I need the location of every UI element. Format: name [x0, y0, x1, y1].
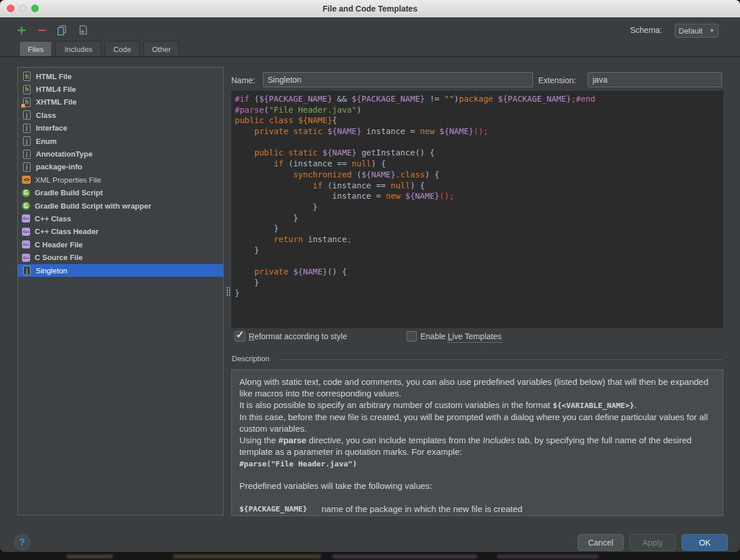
html-file-icon: h	[23, 85, 31, 94]
template-list: hHTML FilehHTML4 FilehXHTML FilejClassjI…	[17, 67, 224, 516]
extension-input[interactable]	[588, 72, 722, 87]
list-item[interactable]: jInterface	[18, 122, 223, 135]
revert-icon	[77, 25, 88, 36]
window-title: File and Code Templates	[323, 4, 417, 13]
description-paragraph: Using the #parse directive, you can incl…	[239, 435, 715, 458]
live-templates-checkbox[interactable]: Enable Live Templates	[406, 331, 502, 342]
list-item[interactable]: jpackage-info	[18, 161, 223, 173]
add-template-button[interactable]	[16, 24, 27, 36]
list-item[interactable]: jAnnotationType	[18, 147, 223, 160]
window-controls	[7, 5, 39, 12]
editor-drag-handle-dots	[226, 287, 231, 296]
blank-line	[239, 492, 715, 502]
name-input[interactable]	[263, 72, 533, 87]
list-item-label: XHTML File	[36, 98, 77, 106]
variable-row: ${PACKAGE_NAME}name of the package in wh…	[239, 503, 715, 515]
list-item-label: HTML File	[36, 72, 72, 81]
extension-label: Extension:	[538, 76, 576, 85]
list-item[interactable]: hHTML4 File	[18, 83, 223, 95]
list-item[interactable]: jSingleton	[18, 264, 223, 277]
code-line: return instance;	[235, 234, 723, 245]
checkbox-box[interactable]	[406, 331, 417, 342]
code-line: }	[235, 213, 723, 224]
background-window-strip	[0, 552, 740, 560]
name-label: Name:	[231, 76, 255, 85]
checkbox-label: Enable Live Templates	[420, 332, 502, 341]
question-mark-icon: ?	[20, 537, 25, 548]
code-line: #parse("File Header.java")	[235, 105, 723, 116]
list-item-label: XML Properties File	[35, 176, 101, 184]
help-button[interactable]: ?	[14, 534, 31, 551]
cancel-button[interactable]: Cancel	[578, 534, 624, 551]
cpp-file-icon: C++	[22, 214, 30, 222]
java-file-icon: j	[23, 150, 31, 159]
gradle-file-icon: G	[22, 202, 30, 210]
list-item-label: Interface	[36, 124, 67, 132]
template-toolbar	[16, 24, 88, 36]
schema-value: Default	[679, 27, 702, 35]
list-item[interactable]: jClass	[18, 109, 223, 121]
zoom-window-button[interactable]	[31, 5, 39, 12]
cpp-file-icon: C++	[22, 228, 30, 236]
list-item[interactable]: C++C++ Class Header	[18, 225, 223, 238]
list-item[interactable]: C++C Header File	[18, 238, 223, 251]
check-mark-icon: ✓	[236, 329, 244, 341]
schema-label: Schema:	[630, 25, 662, 35]
tab-code[interactable]: Code	[105, 41, 140, 57]
apply-button[interactable]: Apply	[630, 534, 676, 551]
title-bar: File and Code Templates	[0, 0, 740, 18]
list-item[interactable]: hXHTML File	[18, 96, 223, 109]
code-line: }	[235, 202, 723, 213]
java-file-icon: j	[23, 124, 31, 133]
variable-name: ${PACKAGE_NAME}	[239, 503, 321, 515]
checkbox-label: Reformat according to style	[249, 332, 347, 341]
list-item-label: C Source File	[35, 253, 83, 262]
code-line: if (instance == null) {	[235, 180, 723, 191]
description-paragraph: #parse("File Header.java")	[239, 458, 715, 470]
gradle-file-icon: G	[22, 189, 30, 197]
cpp-file-icon: C++	[22, 240, 30, 249]
description-panel: Along with static text, code and comment…	[231, 369, 723, 516]
list-item[interactable]: C++C++ Class	[18, 212, 223, 225]
predefined-variables-intro: Predefined variables will take the follo…	[239, 480, 715, 492]
template-code-editor[interactable]: #if (${PACKAGE_NAME} && ${PACKAGE_NAME} …	[231, 91, 723, 328]
close-window-button[interactable]	[7, 5, 14, 12]
cpp-file-icon: C++	[22, 254, 30, 262]
list-item[interactable]: hHTML File	[18, 70, 223, 83]
code-line: }	[235, 288, 723, 299]
list-item[interactable]: GGradle Build Script with wrapper	[18, 199, 223, 212]
revert-template-button[interactable]	[76, 24, 88, 36]
xml-file-icon: <>	[22, 176, 31, 184]
list-item-label: Singleton	[36, 266, 67, 275]
tab-files[interactable]: Files	[19, 41, 52, 57]
description-separator-line	[279, 359, 723, 360]
list-item-label: Enum	[36, 137, 57, 146]
file-and-code-templates-dialog: File and Code Templates	[0, 0, 740, 560]
tab-other[interactable]: Other	[143, 41, 180, 57]
variable-description: name of the package in which the new fil…	[321, 503, 523, 515]
list-item[interactable]: GGradle Build Script	[18, 187, 223, 199]
ok-button[interactable]: OK	[682, 534, 728, 551]
html-file-icon: h	[23, 72, 31, 81]
java-file-icon: j	[23, 266, 31, 275]
minimize-window-button[interactable]	[19, 5, 27, 12]
description-paragraph: It is also possible to specify an arbitr…	[239, 399, 715, 411]
code-line: public class ${NAME}{	[235, 115, 723, 126]
chevron-down-icon: ▼	[709, 28, 715, 34]
copy-icon	[57, 25, 68, 36]
list-item[interactable]: jEnum	[18, 135, 223, 147]
schema-dropdown[interactable]: Default ▼	[675, 24, 719, 38]
list-item[interactable]: C++C Source File	[18, 251, 223, 264]
reformat-checkbox[interactable]: ✓ Reformat according to style	[235, 331, 347, 342]
copy-template-button[interactable]	[56, 24, 68, 36]
tab-includes[interactable]: Includes	[56, 41, 101, 57]
code-line: }	[235, 245, 723, 256]
list-item-label: C++ Class	[35, 214, 71, 223]
checkbox-box[interactable]: ✓	[235, 331, 245, 342]
tab-bar: FilesIncludesCodeOther	[19, 41, 179, 57]
code-line: synchronized (${NAME}.class) {	[235, 169, 723, 180]
remove-template-button[interactable]	[36, 24, 47, 36]
java-file-icon: j	[23, 110, 31, 120]
list-item-label: HTML4 File	[36, 85, 76, 94]
list-item[interactable]: <>XML Properties File	[18, 173, 223, 186]
